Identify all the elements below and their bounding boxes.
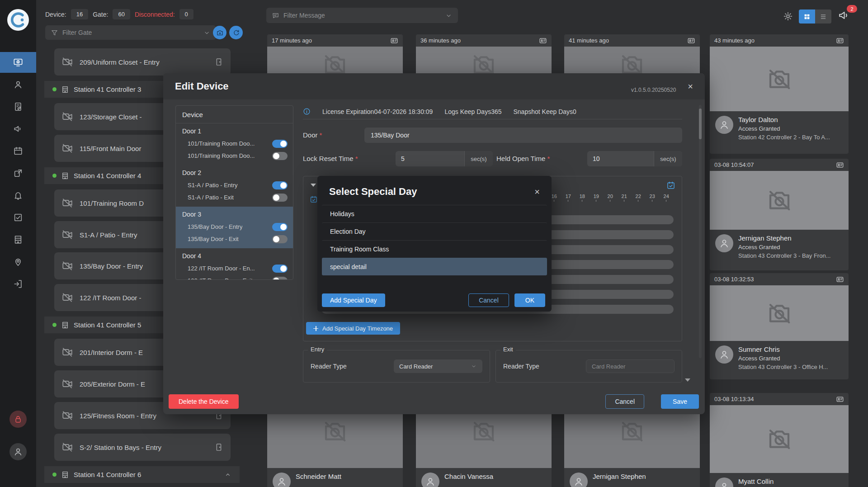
lockdown-button[interactable] (9, 411, 27, 428)
person-name: Schneider Matt (296, 473, 341, 480)
device-stats: Device: 16 Gate: 60 Disconnected: 0 (45, 9, 193, 19)
hour-label: 18 (580, 194, 585, 202)
hour-label: 17 (566, 194, 571, 202)
person-name: Sumner Chris (738, 345, 828, 353)
tasks-icon (13, 213, 23, 222)
close-icon[interactable] (534, 187, 540, 196)
collapse-caret-icon[interactable] (311, 184, 316, 187)
grid-view-button[interactable] (799, 9, 815, 24)
refresh-button[interactable] (229, 26, 243, 39)
avatar (715, 234, 733, 252)
door-section[interactable]: Door 2 S1-A / Patio - Entry S1-A / Patio… (176, 165, 293, 207)
report-icon (13, 102, 23, 112)
exit-reader-type-label: Reader Type (503, 363, 539, 370)
alarm-button[interactable]: 2 (838, 9, 856, 24)
door-section[interactable]: Door 3 135/Bay Door - Entry 135/Bay Door… (176, 207, 293, 248)
lock-reset-label: Lock Reset Time* (303, 155, 358, 162)
held-open-input[interactable]: 10 sec(s) (587, 151, 682, 166)
event-location: Station 42 Controller 2 - Bay To A... (738, 134, 830, 141)
event-time: 03-08 10:32:53 (714, 276, 754, 283)
gate-list-item[interactable]: 209/Uniform Closet - Entry (54, 48, 231, 76)
chevron-up-icon (224, 471, 231, 478)
sidebar-item-notifications[interactable] (0, 185, 36, 206)
hour-label: 22 (636, 194, 641, 202)
gate-toggle[interactable] (272, 152, 288, 160)
sidebar-item-report[interactable] (0, 96, 36, 117)
gate-toggle[interactable] (272, 194, 288, 202)
door-gate-label: 135/Bay Door - Entry (188, 223, 242, 230)
event-card[interactable]: 03-08 10:32:53 Sumner Chris Access Grant… (710, 273, 849, 379)
special-day-cancel-button[interactable]: Cancel (468, 293, 509, 307)
snapshot-add-button[interactable] (213, 26, 226, 39)
camera-off-icon (61, 378, 73, 390)
online-dot (52, 87, 57, 91)
special-day-title: Select Special Day (329, 186, 417, 198)
alarm-badge: 2 (847, 5, 857, 13)
door-name-input[interactable]: 135/Bay Door (364, 128, 682, 143)
gate-toggle[interactable] (272, 223, 288, 231)
gate-toggle[interactable] (272, 277, 288, 280)
sidebar-item-doors[interactable] (0, 274, 36, 294)
scroll-down-caret-icon[interactable] (685, 378, 690, 382)
camera-off-icon (61, 197, 73, 209)
event-card[interactable]: 43 minutes ago Taylor Dalton Access Gran… (710, 34, 849, 154)
gate-list-item[interactable]: S-2/ Station to Bays - Entry (54, 434, 231, 461)
avatar (715, 478, 733, 487)
account-button[interactable] (9, 443, 27, 460)
lock-reset-input[interactable]: 5 sec(s) (396, 151, 493, 166)
sidebar-item-person[interactable] (0, 74, 36, 95)
access-status: Access Granted (738, 244, 830, 251)
info-icon (303, 108, 311, 115)
sidebar-item-locations[interactable] (0, 251, 36, 272)
entry-reader-type-select[interactable]: Card Reader (394, 359, 482, 373)
bell-icon (13, 190, 23, 200)
controller-label: Station 41 Controller 5 (74, 321, 141, 329)
event-card[interactable]: 03-08 10:54:07 Jernigan Stephen Access G… (710, 159, 849, 270)
modal-scrollbar (699, 105, 702, 358)
license-expiration: License Expiration04-07-2026 18:30:09 (322, 108, 433, 115)
sidebar-item-controllers[interactable] (0, 229, 36, 250)
device-count-badge: 16 (71, 9, 88, 19)
add-special-day-button[interactable]: Add Special Day (322, 293, 385, 307)
event-card[interactable]: 03-08 10:13:34 Myatt Collin (710, 393, 849, 487)
settings-button[interactable] (783, 11, 793, 21)
special-day-option[interactable]: Training Room Class (322, 240, 547, 258)
sidebar-item-devices[interactable] (0, 141, 36, 161)
scrollbar-thumb[interactable] (699, 109, 702, 139)
special-day-calendar-icon[interactable] (310, 195, 318, 203)
add-special-day-timezone-button[interactable]: Add Special Day Timezone (306, 322, 400, 335)
door-section[interactable]: Door 4 122 /IT Room Door - En... 122 /IT… (176, 248, 293, 280)
gate-toggle[interactable] (272, 265, 288, 273)
entry-reader-type-label: Reader Type (311, 363, 347, 370)
controller-group-header[interactable]: Station 41 Controller 6 (44, 466, 240, 483)
sidebar-item-announcement[interactable] (0, 118, 36, 139)
refresh-icon (232, 29, 240, 37)
save-button[interactable]: Save (661, 394, 699, 409)
special-day-option[interactable]: Election Day (322, 222, 547, 240)
sidebar-item-surveillance[interactable] (0, 52, 36, 73)
event-time: 36 minutes ago (420, 37, 461, 44)
sidebar-item-tasks[interactable] (0, 207, 36, 228)
gate-toggle[interactable] (272, 235, 288, 243)
special-day-ok-button[interactable]: OK (514, 293, 545, 307)
door-section[interactable]: Door 1 101/Training Room Doo... 101/Trai… (176, 123, 293, 165)
modal-title: Edit Device (175, 80, 229, 92)
grid-view-icon (803, 13, 811, 20)
calendar-check-icon[interactable] (666, 181, 675, 190)
door-section-label: Door 3 (182, 211, 288, 218)
delete-device-button[interactable]: Delete the Device (169, 394, 239, 409)
list-view-button[interactable] (815, 9, 831, 24)
filter-gate-select[interactable]: Filter Gate (45, 25, 216, 40)
special-day-option[interactable]: special detail (322, 258, 547, 275)
controller-label: Station 41 Controller 3 (74, 85, 141, 93)
gate-toggle[interactable] (272, 140, 288, 148)
filter-message-select[interactable]: Filter Message (266, 8, 458, 23)
door-gate-label: 101/Training Room Doo... (188, 152, 255, 159)
location-pin-icon (13, 257, 23, 267)
modal-cancel-button[interactable]: Cancel (605, 394, 644, 409)
gate-toggle[interactable] (272, 181, 288, 189)
special-day-option[interactable]: Holidays (322, 205, 547, 222)
held-open-label: Held Open Time* (496, 155, 550, 162)
sidebar-item-export[interactable] (0, 163, 36, 184)
close-icon[interactable] (688, 82, 693, 91)
